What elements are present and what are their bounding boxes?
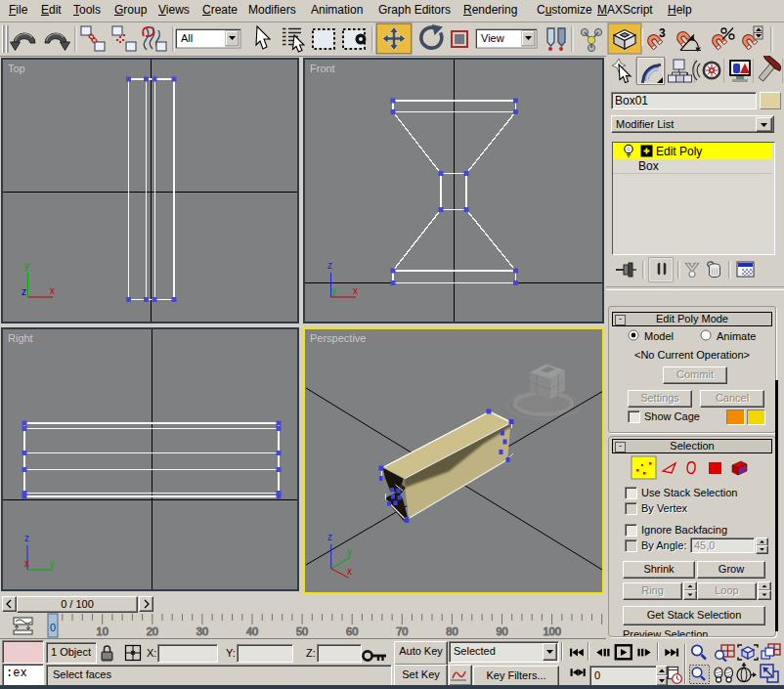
svg-text:100: 100 [543,625,560,637]
svg-text:y: y [24,260,29,271]
svg-text:30: 30 [196,625,208,637]
svg-text:x: x [24,558,29,569]
svg-text:80: 80 [446,625,457,637]
svg-text:x: x [347,566,352,577]
svg-text:Right: Right [8,332,33,344]
svg-text:3: 3 [659,26,666,40]
svg-text:Top: Top [8,63,25,74]
svg-text:z: z [327,532,332,542]
svg-text:Front: Front [310,63,335,74]
svg-text:z: z [22,286,26,297]
svg-text:Perspective: Perspective [310,332,366,344]
svg-text:y: y [331,285,336,296]
svg-text:View: View [481,32,504,44]
svg-text:y: y [50,558,55,569]
svg-text:70: 70 [396,625,408,637]
svg-text:x: x [50,285,55,296]
svg-text:40: 40 [246,625,258,637]
svg-text:10: 10 [97,625,109,637]
svg-text:All: All [181,32,193,44]
svg-text:0: 0 [50,622,56,633]
svg-text:x: x [353,285,358,296]
svg-text:90: 90 [496,625,507,637]
svg-text:z: z [327,260,332,271]
svg-text:y: y [347,546,352,557]
svg-text:z: z [24,533,29,543]
svg-text:50: 50 [296,625,308,637]
svg-text:60: 60 [346,625,358,637]
svg-text:20: 20 [147,625,158,637]
